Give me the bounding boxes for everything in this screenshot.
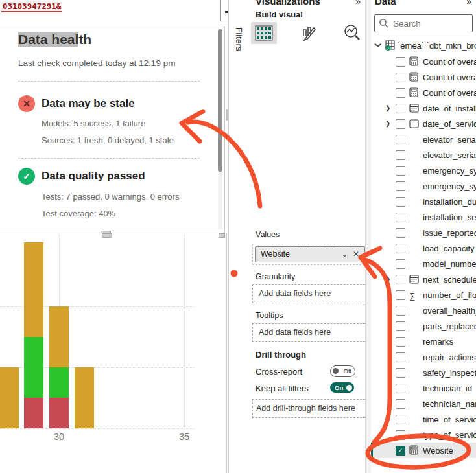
values-label: Values: [256, 230, 280, 239]
stacked-column-chart-visual[interactable]: 3035: [0, 233, 227, 473]
tab-build-visual[interactable]: [251, 22, 277, 44]
bar-segment-segment-yellow[interactable]: [49, 306, 69, 367]
resize-handle[interactable]: [219, 233, 225, 238]
field-checkbox[interactable]: [396, 259, 405, 269]
field-checkbox[interactable]: [396, 306, 405, 316]
chevron-down-icon[interactable]: ❯: [375, 42, 382, 47]
section-line: Models: 5 success, 1 failure: [42, 119, 145, 128]
url-code-fragment[interactable]: 03103947291&: [1, 1, 62, 12]
field-row-issue_reported[interactable]: issue_reported: [371, 225, 476, 240]
bar-segment-segment-yellow[interactable]: [75, 367, 94, 428]
field-row-installation_serv[interactable]: installation_serv...: [371, 209, 476, 225]
values-field-pill[interactable]: Website ⌄ ✕: [255, 246, 365, 262]
field-row-technician_id[interactable]: technician_id: [371, 380, 476, 396]
field-checkbox[interactable]: [396, 352, 405, 362]
field-checkbox[interactable]: [396, 290, 405, 300]
granularity-well[interactable]: Add data fields here: [252, 284, 368, 303]
field-row-countofoveral[interactable]: Count of overal...: [371, 85, 476, 100]
keep-all-filters-toggle[interactable]: On: [330, 382, 354, 393]
values-well[interactable]: Website ⌄ ✕: [252, 244, 368, 265]
bar-segment-segment-yellow[interactable]: [0, 367, 19, 428]
toggle-knob: [333, 368, 339, 374]
field-checkbox[interactable]: ✓: [396, 446, 405, 456]
search-box[interactable]: [374, 14, 473, 32]
bar-segment-segment-green[interactable]: [24, 337, 43, 398]
bar-segment-segment-yellow[interactable]: [24, 242, 43, 337]
bar-segment-segment-green[interactable]: [49, 367, 69, 398]
field-checkbox[interactable]: [396, 166, 405, 176]
field-checkbox[interactable]: [396, 150, 405, 160]
field-checkbox[interactable]: [396, 321, 405, 331]
field-checkbox[interactable]: [396, 119, 405, 129]
field-row-safety_inspectio[interactable]: safety_inspectio...: [371, 365, 476, 380]
field-checkbox[interactable]: [396, 197, 405, 207]
resize-handle[interactable]: [102, 233, 112, 238]
cross-report-label: Cross-report: [256, 367, 302, 376]
card-scrollbar-thumb[interactable]: [218, 29, 222, 172]
tab-format-visual[interactable]: [295, 22, 321, 44]
collapse-pane-icon[interactable]: »: [466, 0, 471, 6]
field-row-time_of_service[interactable]: time_of_service: [371, 411, 476, 427]
field-checkbox[interactable]: [396, 135, 405, 144]
field-checkbox[interactable]: [396, 415, 405, 424]
field-checkbox[interactable]: [396, 73, 405, 82]
field-row-countofoveral[interactable]: Count of overal...: [371, 54, 476, 69]
collapse-pane-icon[interactable]: »: [355, 0, 361, 6]
field-row-installation_dur[interactable]: installation_dur...: [371, 194, 476, 209]
field-row-type_of_service[interactable]: type_of_service: [371, 427, 476, 443]
bar-segment-segment-red[interactable]: [24, 398, 43, 428]
field-label: safety_inspectio...: [423, 368, 476, 378]
field-checkbox[interactable]: [396, 384, 405, 393]
format-paintbrush-icon: [295, 22, 321, 44]
field-row-number_of_floo[interactable]: ∑number_of_floo...: [371, 287, 476, 303]
field-row-technician_name[interactable]: technician_name: [371, 396, 476, 411]
drill-through-well[interactable]: Add drill-through fields here: [252, 399, 368, 418]
filters-pane-collapsed[interactable]: Filters: [228, 0, 249, 473]
field-checkbox[interactable]: [396, 368, 405, 378]
field-checkbox[interactable]: [396, 228, 405, 238]
field-row-model_number[interactable]: model_number: [371, 256, 476, 271]
table-root-row[interactable]: ❯ ✓ `emea` `dbt_mkn_bron...: [371, 38, 476, 53]
bar-segment-segment-red[interactable]: [49, 398, 69, 428]
field-row-website[interactable]: ✓Website: [371, 443, 476, 458]
card-title: Data health: [18, 32, 91, 47]
remove-field-icon[interactable]: ✕: [353, 247, 359, 262]
field-checkbox[interactable]: [396, 244, 405, 253]
field-checkbox[interactable]: [396, 399, 405, 409]
field-checkbox[interactable]: [396, 104, 405, 113]
chevron-down-icon[interactable]: ⌄: [342, 247, 348, 262]
field-checkbox[interactable]: [396, 213, 405, 222]
field-checkbox[interactable]: [396, 57, 405, 67]
field-row-elevator_serial_[interactable]: elevator_serial_...: [371, 132, 476, 147]
chevron-right-icon[interactable]: ❯: [385, 104, 390, 111]
field-row-overall_health_c[interactable]: overall_health_c...: [371, 303, 476, 318]
search-input[interactable]: [392, 16, 471, 31]
field-row-parts_replaced[interactable]: parts_replaced: [371, 318, 476, 334]
field-row-load_capacity[interactable]: load_capacity: [371, 240, 476, 256]
field-checkbox[interactable]: [396, 181, 405, 191]
field-row-next_scheduled[interactable]: ❯next_scheduled...: [371, 271, 476, 287]
field-label: elevator_serial_...: [423, 150, 476, 160]
field-checkbox[interactable]: [396, 430, 405, 440]
field-row-emergency_syst[interactable]: emergency_syst...: [371, 178, 476, 194]
field-checkbox[interactable]: [396, 275, 405, 284]
field-checkbox[interactable]: [396, 337, 405, 347]
field-row-date_of_service[interactable]: ❯date_of_service: [371, 116, 476, 132]
field-row-countofoveral[interactable]: Count of overal...: [371, 69, 476, 85]
field-label: number_of_floo...: [423, 290, 476, 300]
tab-analytics[interactable]: [339, 22, 364, 44]
canvas-scrollbar-thumb[interactable]: [226, 109, 228, 121]
field-row-repair_actions_t[interactable]: repair_actions_t...: [371, 349, 476, 365]
chevron-right-icon[interactable]: ❯: [385, 275, 390, 283]
field-label: date_of_service: [423, 119, 476, 129]
cross-report-toggle[interactable]: Off: [330, 365, 355, 377]
field-row-remarks[interactable]: remarks: [371, 334, 476, 349]
chevron-right-icon[interactable]: ❯: [385, 120, 390, 127]
field-row-elevator_serial_[interactable]: elevator_serial_...: [371, 147, 476, 163]
tooltips-well[interactable]: Add data fields here: [252, 323, 368, 342]
field-row-emergency_syst[interactable]: emergency_syst...: [371, 163, 476, 178]
section-line: Tests: 7 passed, 0 warnings, 0 errors: [42, 192, 179, 202]
field-checkbox[interactable]: [396, 88, 405, 98]
field-row-date_of_installa[interactable]: ❯date_of_installa...: [371, 100, 476, 116]
section-line: Sources: 1 fresh, 0 delayed, 1 stale: [42, 135, 174, 145]
